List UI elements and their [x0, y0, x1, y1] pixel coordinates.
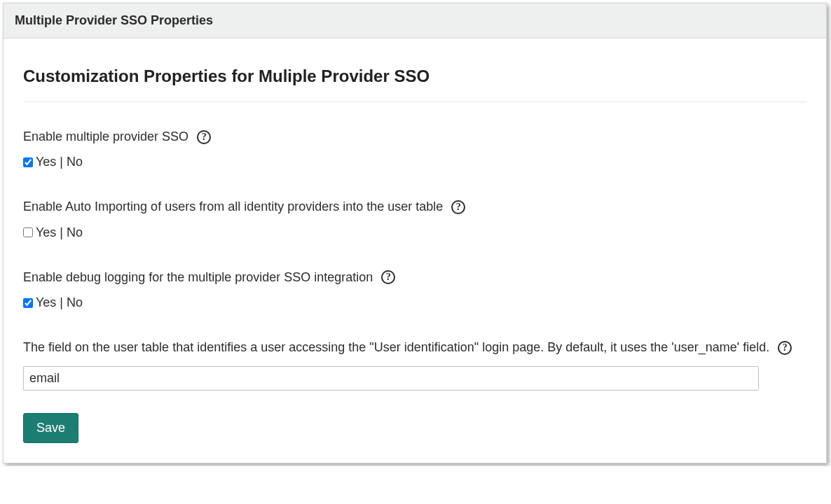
section-title: Customization Properties for Muliple Pro… — [23, 66, 806, 102]
panel-body: Customization Properties for Muliple Pro… — [4, 38, 826, 463]
user-field-input[interactable] — [23, 366, 759, 391]
help-icon[interactable]: ? — [778, 341, 792, 355]
yes-no-label: Yes | No — [36, 295, 83, 310]
user-field-label: The field on the user table that identif… — [23, 340, 769, 356]
help-icon[interactable]: ? — [451, 200, 465, 214]
debug-logging-label: Enable debug logging for the multiple pr… — [23, 270, 373, 286]
enable-sso-label: Enable multiple provider SSO — [23, 129, 188, 145]
field-debug-logging: Enable debug logging for the multiple pr… — [23, 270, 806, 310]
enable-sso-checkbox[interactable] — [23, 158, 33, 167]
panel-header: Multiple Provider SSO Properties — [4, 4, 826, 38]
debug-logging-checkbox[interactable] — [23, 298, 33, 308]
help-icon[interactable]: ? — [381, 270, 395, 284]
auto-import-checkbox[interactable] — [23, 227, 33, 237]
field-auto-import: Enable Auto Importing of users from all … — [23, 199, 806, 239]
properties-panel: Multiple Provider SSO Properties Customi… — [3, 3, 827, 463]
auto-import-label: Enable Auto Importing of users from all … — [23, 199, 443, 215]
panel-title: Multiple Provider SSO Properties — [15, 13, 815, 28]
field-enable-sso: Enable multiple provider SSO ? Yes | No — [23, 129, 806, 169]
field-user-identification: The field on the user table that identif… — [23, 340, 806, 390]
save-button[interactable]: Save — [23, 413, 78, 443]
help-icon[interactable]: ? — [197, 130, 211, 144]
yes-no-label: Yes | No — [36, 225, 83, 240]
yes-no-label: Yes | No — [36, 155, 83, 169]
